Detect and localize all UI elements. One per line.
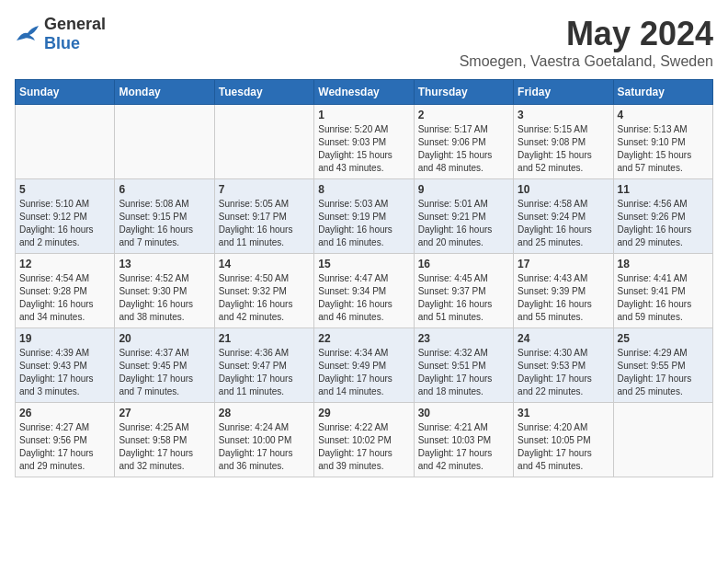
day-info: Sunrise: 4:22 AM Sunset: 10:02 PM Daylig… <box>318 421 409 473</box>
day-info: Sunrise: 4:39 AM Sunset: 9:43 PM Dayligh… <box>19 347 110 398</box>
calendar-cell: 10Sunrise: 4:58 AM Sunset: 9:24 PM Dayli… <box>514 179 613 254</box>
day-number: 25 <box>618 332 709 345</box>
day-number: 15 <box>318 258 409 270</box>
day-number: 20 <box>119 332 210 345</box>
calendar-cell: 31Sunrise: 4:20 AM Sunset: 10:05 PM Dayl… <box>514 403 613 477</box>
day-info: Sunrise: 4:50 AM Sunset: 9:32 PM Dayligh… <box>219 272 310 324</box>
main-title: May 2024 <box>460 15 713 53</box>
day-info: Sunrise: 5:13 AM Sunset: 9:10 PM Dayligh… <box>618 123 709 175</box>
day-number: 23 <box>418 332 509 345</box>
weekday-header-wednesday: Wednesday <box>314 80 414 105</box>
calendar-cell: 3Sunrise: 5:15 AM Sunset: 9:08 PM Daylig… <box>514 105 613 179</box>
day-info: Sunrise: 4:45 AM Sunset: 9:37 PM Dayligh… <box>418 272 509 324</box>
day-info: Sunrise: 4:54 AM Sunset: 9:28 PM Dayligh… <box>19 272 110 324</box>
calendar-cell: 25Sunrise: 4:29 AM Sunset: 9:55 PM Dayli… <box>613 328 712 403</box>
weekday-header-monday: Monday <box>115 80 214 105</box>
weekday-header-friday: Friday <box>514 80 613 105</box>
day-info: Sunrise: 4:58 AM Sunset: 9:24 PM Dayligh… <box>518 198 609 249</box>
calendar-cell: 30Sunrise: 4:21 AM Sunset: 10:03 PM Dayl… <box>414 403 513 477</box>
day-info: Sunrise: 4:36 AM Sunset: 9:47 PM Dayligh… <box>219 347 310 398</box>
calendar-cell <box>16 105 115 179</box>
day-info: Sunrise: 4:21 AM Sunset: 10:03 PM Daylig… <box>418 421 509 473</box>
day-number: 14 <box>219 258 310 270</box>
day-number: 11 <box>618 183 709 196</box>
day-info: Sunrise: 4:37 AM Sunset: 9:45 PM Dayligh… <box>119 347 210 398</box>
day-info: Sunrise: 4:29 AM Sunset: 9:55 PM Dayligh… <box>618 347 709 398</box>
calendar-cell: 12Sunrise: 4:54 AM Sunset: 9:28 PM Dayli… <box>16 254 115 328</box>
calendar-cell: 14Sunrise: 4:50 AM Sunset: 9:32 PM Dayli… <box>214 254 313 328</box>
day-info: Sunrise: 4:47 AM Sunset: 9:34 PM Dayligh… <box>318 272 409 324</box>
day-info: Sunrise: 5:10 AM Sunset: 9:12 PM Dayligh… <box>19 198 110 249</box>
calendar-table: SundayMondayTuesdayWednesdayThursdayFrid… <box>15 79 713 477</box>
calendar-week-1: 1Sunrise: 5:20 AM Sunset: 9:03 PM Daylig… <box>16 105 713 179</box>
calendar-cell: 13Sunrise: 4:52 AM Sunset: 9:30 PM Dayli… <box>115 254 214 328</box>
day-info: Sunrise: 4:27 AM Sunset: 9:56 PM Dayligh… <box>19 421 110 473</box>
calendar-cell: 1Sunrise: 5:20 AM Sunset: 9:03 PM Daylig… <box>314 105 414 179</box>
day-number: 3 <box>518 109 609 121</box>
day-number: 24 <box>518 332 609 345</box>
calendar-cell: 8Sunrise: 5:03 AM Sunset: 9:19 PM Daylig… <box>314 179 414 254</box>
day-number: 6 <box>119 183 210 196</box>
day-number: 31 <box>518 407 609 419</box>
logo: General Blue <box>15 15 106 53</box>
calendar-cell <box>214 105 313 179</box>
day-info: Sunrise: 4:34 AM Sunset: 9:49 PM Dayligh… <box>318 347 409 398</box>
logo-text: General Blue <box>44 15 106 53</box>
calendar-cell <box>613 403 712 477</box>
page-header: General Blue May 2024 Smoegen, Vaestra G… <box>15 15 713 70</box>
calendar-cell: 15Sunrise: 4:47 AM Sunset: 9:34 PM Dayli… <box>314 254 414 328</box>
calendar-cell: 7Sunrise: 5:05 AM Sunset: 9:17 PM Daylig… <box>214 179 313 254</box>
day-info: Sunrise: 5:15 AM Sunset: 9:08 PM Dayligh… <box>518 123 609 175</box>
calendar-week-2: 5Sunrise: 5:10 AM Sunset: 9:12 PM Daylig… <box>16 179 713 254</box>
day-info: Sunrise: 4:43 AM Sunset: 9:39 PM Dayligh… <box>518 272 609 324</box>
day-info: Sunrise: 5:01 AM Sunset: 9:21 PM Dayligh… <box>418 198 509 249</box>
day-number: 13 <box>119 258 210 270</box>
weekday-header-tuesday: Tuesday <box>214 80 313 105</box>
weekday-header-sunday: Sunday <box>16 80 115 105</box>
day-number: 9 <box>418 183 509 196</box>
day-number: 8 <box>318 183 409 196</box>
calendar-cell: 17Sunrise: 4:43 AM Sunset: 9:39 PM Dayli… <box>514 254 613 328</box>
calendar-cell: 2Sunrise: 5:17 AM Sunset: 9:06 PM Daylig… <box>414 105 513 179</box>
day-number: 26 <box>19 407 110 419</box>
day-info: Sunrise: 5:08 AM Sunset: 9:15 PM Dayligh… <box>119 198 210 249</box>
calendar-cell: 16Sunrise: 4:45 AM Sunset: 9:37 PM Dayli… <box>414 254 513 328</box>
weekday-header-saturday: Saturday <box>613 80 712 105</box>
calendar-cell: 20Sunrise: 4:37 AM Sunset: 9:45 PM Dayli… <box>115 328 214 403</box>
day-number: 29 <box>318 407 409 419</box>
calendar-cell: 24Sunrise: 4:30 AM Sunset: 9:53 PM Dayli… <box>514 328 613 403</box>
day-info: Sunrise: 5:20 AM Sunset: 9:03 PM Dayligh… <box>318 123 409 175</box>
day-number: 18 <box>618 258 709 270</box>
day-info: Sunrise: 4:52 AM Sunset: 9:30 PM Dayligh… <box>119 272 210 324</box>
day-info: Sunrise: 4:30 AM Sunset: 9:53 PM Dayligh… <box>518 347 609 398</box>
calendar-cell: 11Sunrise: 4:56 AM Sunset: 9:26 PM Dayli… <box>613 179 712 254</box>
calendar-week-3: 12Sunrise: 4:54 AM Sunset: 9:28 PM Dayli… <box>16 254 713 328</box>
day-number: 16 <box>418 258 509 270</box>
calendar-cell: 19Sunrise: 4:39 AM Sunset: 9:43 PM Dayli… <box>16 328 115 403</box>
day-number: 27 <box>119 407 210 419</box>
calendar-cell: 23Sunrise: 4:32 AM Sunset: 9:51 PM Dayli… <box>414 328 513 403</box>
day-number: 12 <box>19 258 110 270</box>
day-number: 4 <box>618 109 709 121</box>
day-number: 28 <box>219 407 310 419</box>
day-number: 21 <box>219 332 310 345</box>
weekday-header-row: SundayMondayTuesdayWednesdayThursdayFrid… <box>16 80 713 105</box>
day-info: Sunrise: 4:20 AM Sunset: 10:05 PM Daylig… <box>518 421 609 473</box>
logo-bird-icon <box>15 24 40 44</box>
day-info: Sunrise: 4:56 AM Sunset: 9:26 PM Dayligh… <box>618 198 709 249</box>
calendar-cell <box>115 105 214 179</box>
weekday-header-thursday: Thursday <box>414 80 513 105</box>
day-number: 2 <box>418 109 509 121</box>
day-number: 17 <box>518 258 609 270</box>
day-info: Sunrise: 4:25 AM Sunset: 9:58 PM Dayligh… <box>119 421 210 473</box>
calendar-week-5: 26Sunrise: 4:27 AM Sunset: 9:56 PM Dayli… <box>16 403 713 477</box>
calendar-cell: 28Sunrise: 4:24 AM Sunset: 10:00 PM Dayl… <box>214 403 313 477</box>
day-number: 30 <box>418 407 509 419</box>
calendar-week-4: 19Sunrise: 4:39 AM Sunset: 9:43 PM Dayli… <box>16 328 713 403</box>
title-section: May 2024 Smoegen, Vaestra Goetaland, Swe… <box>460 15 713 70</box>
day-number: 19 <box>19 332 110 345</box>
day-info: Sunrise: 5:17 AM Sunset: 9:06 PM Dayligh… <box>418 123 509 175</box>
calendar-cell: 9Sunrise: 5:01 AM Sunset: 9:21 PM Daylig… <box>414 179 513 254</box>
day-number: 22 <box>318 332 409 345</box>
day-number: 5 <box>19 183 110 196</box>
